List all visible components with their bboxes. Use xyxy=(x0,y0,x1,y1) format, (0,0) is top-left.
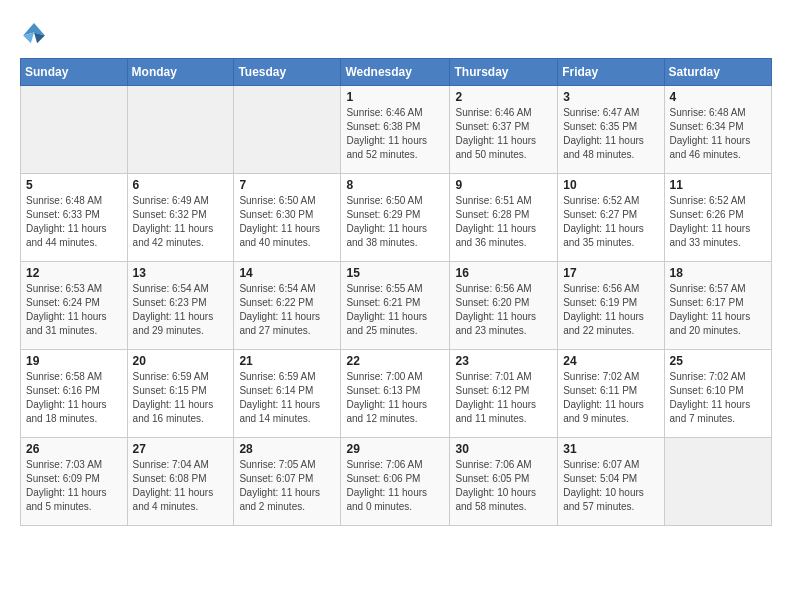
calendar-cell: 11Sunrise: 6:52 AM Sunset: 6:26 PM Dayli… xyxy=(664,174,771,262)
calendar-cell: 4Sunrise: 6:48 AM Sunset: 6:34 PM Daylig… xyxy=(664,86,771,174)
calendar-cell: 2Sunrise: 6:46 AM Sunset: 6:37 PM Daylig… xyxy=(450,86,558,174)
calendar-cell: 22Sunrise: 7:00 AM Sunset: 6:13 PM Dayli… xyxy=(341,350,450,438)
day-number: 26 xyxy=(26,442,122,456)
day-info: Sunrise: 6:59 AM Sunset: 6:14 PM Dayligh… xyxy=(239,370,335,426)
day-info: Sunrise: 6:56 AM Sunset: 6:20 PM Dayligh… xyxy=(455,282,552,338)
day-number: 8 xyxy=(346,178,444,192)
calendar-cell: 14Sunrise: 6:54 AM Sunset: 6:22 PM Dayli… xyxy=(234,262,341,350)
day-number: 27 xyxy=(133,442,229,456)
day-number: 15 xyxy=(346,266,444,280)
day-info: Sunrise: 7:03 AM Sunset: 6:09 PM Dayligh… xyxy=(26,458,122,514)
logo-icon xyxy=(20,20,48,48)
calendar-cell: 20Sunrise: 6:59 AM Sunset: 6:15 PM Dayli… xyxy=(127,350,234,438)
calendar-cell: 3Sunrise: 6:47 AM Sunset: 6:35 PM Daylig… xyxy=(558,86,664,174)
day-info: Sunrise: 6:48 AM Sunset: 6:34 PM Dayligh… xyxy=(670,106,766,162)
day-info: Sunrise: 6:52 AM Sunset: 6:26 PM Dayligh… xyxy=(670,194,766,250)
day-info: Sunrise: 6:57 AM Sunset: 6:17 PM Dayligh… xyxy=(670,282,766,338)
calendar-cell: 26Sunrise: 7:03 AM Sunset: 6:09 PM Dayli… xyxy=(21,438,128,526)
day-number: 9 xyxy=(455,178,552,192)
day-number: 29 xyxy=(346,442,444,456)
day-number: 17 xyxy=(563,266,658,280)
day-number: 2 xyxy=(455,90,552,104)
day-number: 19 xyxy=(26,354,122,368)
day-number: 10 xyxy=(563,178,658,192)
svg-marker-0 xyxy=(23,23,45,35)
day-number: 12 xyxy=(26,266,122,280)
day-info: Sunrise: 6:55 AM Sunset: 6:21 PM Dayligh… xyxy=(346,282,444,338)
calendar-cell: 12Sunrise: 6:53 AM Sunset: 6:24 PM Dayli… xyxy=(21,262,128,350)
calendar-cell: 28Sunrise: 7:05 AM Sunset: 6:07 PM Dayli… xyxy=(234,438,341,526)
day-info: Sunrise: 7:01 AM Sunset: 6:12 PM Dayligh… xyxy=(455,370,552,426)
day-info: Sunrise: 6:46 AM Sunset: 6:37 PM Dayligh… xyxy=(455,106,552,162)
day-number: 13 xyxy=(133,266,229,280)
calendar-cell: 19Sunrise: 6:58 AM Sunset: 6:16 PM Dayli… xyxy=(21,350,128,438)
day-info: Sunrise: 6:54 AM Sunset: 6:23 PM Dayligh… xyxy=(133,282,229,338)
logo xyxy=(20,20,52,48)
day-info: Sunrise: 6:56 AM Sunset: 6:19 PM Dayligh… xyxy=(563,282,658,338)
day-info: Sunrise: 6:51 AM Sunset: 6:28 PM Dayligh… xyxy=(455,194,552,250)
day-number: 20 xyxy=(133,354,229,368)
day-number: 28 xyxy=(239,442,335,456)
calendar-cell xyxy=(664,438,771,526)
calendar-cell: 1Sunrise: 6:46 AM Sunset: 6:38 PM Daylig… xyxy=(341,86,450,174)
calendar-cell: 23Sunrise: 7:01 AM Sunset: 6:12 PM Dayli… xyxy=(450,350,558,438)
calendar-cell: 10Sunrise: 6:52 AM Sunset: 6:27 PM Dayli… xyxy=(558,174,664,262)
day-number: 5 xyxy=(26,178,122,192)
day-info: Sunrise: 7:05 AM Sunset: 6:07 PM Dayligh… xyxy=(239,458,335,514)
day-info: Sunrise: 7:02 AM Sunset: 6:11 PM Dayligh… xyxy=(563,370,658,426)
calendar-cell xyxy=(21,86,128,174)
calendar-cell: 5Sunrise: 6:48 AM Sunset: 6:33 PM Daylig… xyxy=(21,174,128,262)
calendar-table: SundayMondayTuesdayWednesdayThursdayFrid… xyxy=(20,58,772,526)
calendar-cell: 31Sunrise: 6:07 AM Sunset: 5:04 PM Dayli… xyxy=(558,438,664,526)
day-info: Sunrise: 7:06 AM Sunset: 6:05 PM Dayligh… xyxy=(455,458,552,514)
calendar-week-1: 1Sunrise: 6:46 AM Sunset: 6:38 PM Daylig… xyxy=(21,86,772,174)
day-number: 30 xyxy=(455,442,552,456)
day-info: Sunrise: 6:50 AM Sunset: 6:30 PM Dayligh… xyxy=(239,194,335,250)
calendar-cell: 18Sunrise: 6:57 AM Sunset: 6:17 PM Dayli… xyxy=(664,262,771,350)
day-number: 23 xyxy=(455,354,552,368)
day-number: 4 xyxy=(670,90,766,104)
day-number: 3 xyxy=(563,90,658,104)
calendar-cell: 13Sunrise: 6:54 AM Sunset: 6:23 PM Dayli… xyxy=(127,262,234,350)
calendar-cell xyxy=(127,86,234,174)
weekday-header-wednesday: Wednesday xyxy=(341,59,450,86)
weekday-header-thursday: Thursday xyxy=(450,59,558,86)
day-number: 1 xyxy=(346,90,444,104)
day-info: Sunrise: 6:07 AM Sunset: 5:04 PM Dayligh… xyxy=(563,458,658,514)
weekday-header-monday: Monday xyxy=(127,59,234,86)
weekday-header-tuesday: Tuesday xyxy=(234,59,341,86)
calendar-body: 1Sunrise: 6:46 AM Sunset: 6:38 PM Daylig… xyxy=(21,86,772,526)
day-info: Sunrise: 6:53 AM Sunset: 6:24 PM Dayligh… xyxy=(26,282,122,338)
calendar-cell: 24Sunrise: 7:02 AM Sunset: 6:11 PM Dayli… xyxy=(558,350,664,438)
day-info: Sunrise: 6:59 AM Sunset: 6:15 PM Dayligh… xyxy=(133,370,229,426)
day-info: Sunrise: 7:06 AM Sunset: 6:06 PM Dayligh… xyxy=(346,458,444,514)
calendar-cell: 8Sunrise: 6:50 AM Sunset: 6:29 PM Daylig… xyxy=(341,174,450,262)
day-number: 22 xyxy=(346,354,444,368)
calendar-week-3: 12Sunrise: 6:53 AM Sunset: 6:24 PM Dayli… xyxy=(21,262,772,350)
day-number: 7 xyxy=(239,178,335,192)
day-number: 11 xyxy=(670,178,766,192)
day-number: 31 xyxy=(563,442,658,456)
calendar-cell: 21Sunrise: 6:59 AM Sunset: 6:14 PM Dayli… xyxy=(234,350,341,438)
day-info: Sunrise: 6:48 AM Sunset: 6:33 PM Dayligh… xyxy=(26,194,122,250)
calendar-week-4: 19Sunrise: 6:58 AM Sunset: 6:16 PM Dayli… xyxy=(21,350,772,438)
calendar-cell: 6Sunrise: 6:49 AM Sunset: 6:32 PM Daylig… xyxy=(127,174,234,262)
weekday-header-friday: Friday xyxy=(558,59,664,86)
day-info: Sunrise: 6:52 AM Sunset: 6:27 PM Dayligh… xyxy=(563,194,658,250)
day-info: Sunrise: 6:54 AM Sunset: 6:22 PM Dayligh… xyxy=(239,282,335,338)
day-number: 6 xyxy=(133,178,229,192)
page-header xyxy=(20,20,772,48)
day-number: 14 xyxy=(239,266,335,280)
day-info: Sunrise: 7:00 AM Sunset: 6:13 PM Dayligh… xyxy=(346,370,444,426)
day-number: 16 xyxy=(455,266,552,280)
weekday-header-sunday: Sunday xyxy=(21,59,128,86)
calendar-cell: 25Sunrise: 7:02 AM Sunset: 6:10 PM Dayli… xyxy=(664,350,771,438)
day-number: 25 xyxy=(670,354,766,368)
calendar-header: SundayMondayTuesdayWednesdayThursdayFrid… xyxy=(21,59,772,86)
calendar-cell: 7Sunrise: 6:50 AM Sunset: 6:30 PM Daylig… xyxy=(234,174,341,262)
day-info: Sunrise: 6:58 AM Sunset: 6:16 PM Dayligh… xyxy=(26,370,122,426)
calendar-week-5: 26Sunrise: 7:03 AM Sunset: 6:09 PM Dayli… xyxy=(21,438,772,526)
day-info: Sunrise: 7:04 AM Sunset: 6:08 PM Dayligh… xyxy=(133,458,229,514)
calendar-cell: 17Sunrise: 6:56 AM Sunset: 6:19 PM Dayli… xyxy=(558,262,664,350)
day-number: 24 xyxy=(563,354,658,368)
